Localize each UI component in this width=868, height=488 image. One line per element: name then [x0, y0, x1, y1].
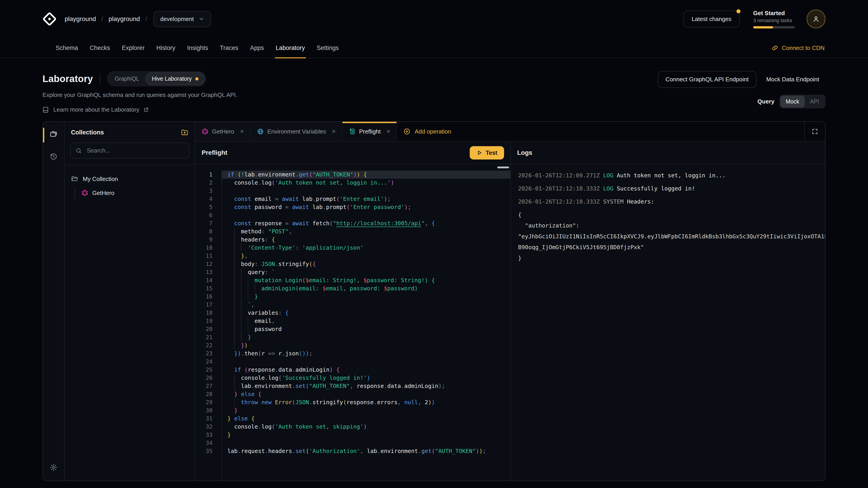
collections-search	[70, 142, 189, 159]
user-icon	[812, 15, 820, 23]
nav-tab-apps[interactable]: Apps	[244, 38, 270, 58]
folder-open-icon	[71, 175, 78, 183]
collection-operation-gethero[interactable]: GetHero	[81, 187, 188, 199]
indent-guide	[241, 268, 248, 276]
code-line: const response = await fetch("http://loc…	[227, 219, 510, 228]
indent-guide	[227, 203, 234, 211]
query-mode-mock[interactable]: Mock	[780, 96, 805, 107]
code-line: lab.environment.set("AUTH_TOKEN", respon…	[227, 382, 510, 390]
tab-gethero[interactable]: GetHero×	[195, 122, 251, 141]
indent-guide	[241, 317, 248, 325]
code-line: `,	[227, 301, 510, 309]
connect-to-cdn-link[interactable]: Connect to CDN	[772, 38, 826, 58]
test-button-label: Test	[486, 149, 497, 156]
query-mode-api[interactable]: API	[805, 96, 825, 107]
indent-guide	[227, 398, 234, 406]
code-line: body: JSON.stringify({	[227, 260, 510, 268]
history-rail-icon[interactable]	[46, 149, 61, 164]
code-line: console.log('Successfully logged in!')	[227, 374, 510, 382]
code-editor[interactable]: 1234567891011121314151617181920212223242…	[195, 164, 510, 481]
logs-pane: Logs 2026-01-26T12:12:09.271Z LOG Auth t…	[511, 142, 825, 481]
collection-folder[interactable]: My Collection	[71, 173, 188, 184]
tab-preflight[interactable]: Preflight×	[342, 122, 397, 141]
plus-circle-icon	[403, 128, 410, 135]
add-collection-icon[interactable]	[181, 129, 188, 136]
title-divider	[100, 73, 100, 84]
nav-tab-explorer[interactable]: Explorer	[116, 38, 151, 58]
nav-tab-settings[interactable]: Settings	[311, 38, 345, 58]
mock-endpoint-button[interactable]: Mock Data Endpoint	[760, 71, 826, 88]
code-line: console.log('Auth token not set, loggin …	[227, 179, 510, 187]
indent-guide	[234, 252, 241, 260]
nav-tab-laboratory[interactable]: Laboratory	[270, 38, 311, 58]
code-line: }	[227, 431, 510, 439]
code-line: method: "POST",	[227, 228, 510, 236]
log-message: Successfully logged in!	[617, 185, 695, 192]
log-timestamp: 2026-01-26T12:12:18.333Z	[518, 185, 600, 192]
breadcrumb-org[interactable]: playground	[63, 15, 98, 23]
indent-guide	[241, 333, 248, 341]
operation-label: GetHero	[92, 190, 114, 197]
tab-label: Environment Variables	[268, 128, 326, 135]
get-started-widget[interactable]: Get Started 3 remaining tasks	[753, 10, 795, 29]
indent-guide	[248, 276, 254, 285]
log-json-line: "authorization":	[518, 220, 825, 231]
indent-guide	[227, 366, 234, 374]
indent-guide	[241, 301, 248, 309]
indent-guide	[227, 350, 234, 358]
brand-row: playground / playground / development La…	[42, 0, 826, 38]
resize-handle[interactable]	[497, 166, 509, 168]
log-json: { "authorization":"eyJhbGciOiJIUzI1NiIsI…	[518, 209, 825, 264]
log-json-line: "eyJhbGciOiJIUzI1NiIsInR5cCI6IkpXVCJ9.ey…	[518, 231, 825, 242]
nav-tab-insights[interactable]: Insights	[181, 38, 214, 58]
nav-tab-history[interactable]: History	[151, 38, 181, 58]
search-input[interactable]	[86, 147, 184, 155]
indent-guide	[227, 268, 234, 276]
log-entry: 2026-01-26T12:12:18.333Z LOG Successfull…	[518, 183, 825, 194]
add-operation-button[interactable]: Add operation	[397, 122, 458, 141]
indent-guide	[227, 333, 234, 341]
close-icon[interactable]: ×	[332, 128, 336, 135]
collections-rail-icon[interactable]	[46, 126, 61, 142]
indent-guide	[234, 317, 241, 325]
code-line: query: `	[227, 268, 510, 276]
notification-dot	[737, 9, 741, 13]
log-level: SYSTEM	[603, 198, 623, 205]
code-line: const email = await lab.prompt('Enter em…	[227, 195, 510, 203]
topbar: playground / playground / development La…	[0, 0, 868, 58]
tab-label: GetHero	[212, 128, 234, 135]
code-line: throw new Error(JSON.stringify(response.…	[227, 398, 510, 406]
tab-label: Preflight	[359, 128, 381, 135]
target-select-value: development	[160, 15, 194, 23]
mode-hive-laboratory[interactable]: Hive Laboratory	[146, 72, 205, 85]
tab-environment-variables[interactable]: Environment Variables×	[251, 122, 342, 141]
learn-more-link[interactable]: Learn more about the Laboratory	[42, 106, 237, 113]
fullscreen-button[interactable]	[804, 122, 825, 141]
target-select[interactable]: development	[153, 11, 211, 27]
code-line: headers: {	[227, 236, 510, 244]
close-icon[interactable]: ×	[240, 128, 244, 135]
logs-title: Logs	[517, 149, 532, 156]
code-line: }).then(r => r.json());	[227, 350, 510, 358]
indent-guide	[227, 382, 234, 390]
breadcrumb-project[interactable]: playground	[107, 15, 142, 23]
avatar[interactable]	[807, 9, 826, 29]
indent-guide	[227, 293, 234, 301]
indent-guide	[234, 260, 241, 268]
learn-more-label: Learn more about the Laboratory	[53, 106, 139, 113]
nav-tab-schema[interactable]: Schema	[50, 38, 84, 58]
indent-guide	[248, 317, 254, 325]
progress-fill	[753, 26, 773, 29]
nav-tab-checks[interactable]: Checks	[84, 38, 116, 58]
latest-changes-button[interactable]: Latest changes	[684, 11, 740, 28]
mode-graphiql[interactable]: GraphiQL	[108, 72, 145, 85]
connect-endpoint-button[interactable]: Connect GraphQL API Endpoint	[658, 71, 756, 88]
indent-guide	[248, 293, 254, 301]
test-button[interactable]: Test	[470, 146, 504, 160]
hive-logo-icon[interactable]	[42, 12, 57, 26]
book-icon	[42, 106, 49, 113]
search-icon	[75, 148, 82, 154]
nav-tab-traces[interactable]: Traces	[214, 38, 244, 58]
settings-gear-icon[interactable]	[46, 460, 61, 475]
close-icon[interactable]: ×	[386, 128, 390, 135]
